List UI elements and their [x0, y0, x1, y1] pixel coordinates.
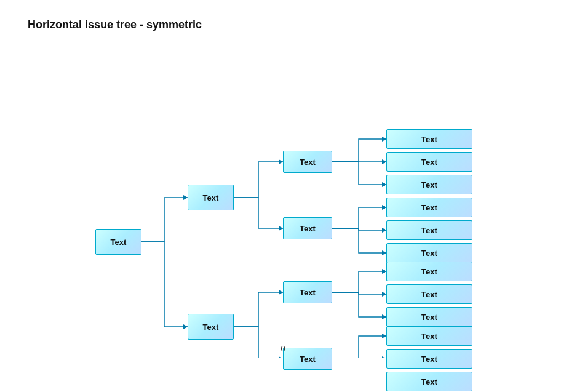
svg-marker-4: [279, 290, 283, 295]
svg-marker-11: [382, 250, 386, 255]
svg-marker-1: [183, 324, 188, 329]
svg-marker-5: [279, 356, 283, 358]
svg-marker-8: [382, 182, 386, 187]
node-l2-4[interactable]: Text: [283, 348, 332, 370]
node-root[interactable]: Text: [95, 229, 142, 255]
node-l3-6[interactable]: Text: [386, 243, 472, 263]
node-l2-1[interactable]: Text: [283, 151, 332, 173]
svg-marker-10: [382, 228, 386, 233]
svg-marker-9: [382, 205, 386, 210]
node-l3-4[interactable]: Text: [386, 198, 472, 217]
node-l2-2[interactable]: Text: [283, 217, 332, 239]
svg-marker-16: [382, 356, 386, 358]
svg-marker-15: [382, 334, 386, 338]
node-l3-2[interactable]: Text: [386, 152, 472, 172]
node-l1-bot[interactable]: Text: [188, 314, 234, 340]
node-l3-10[interactable]: Text: [386, 326, 472, 346]
svg-marker-0: [183, 195, 188, 200]
svg-marker-3: [279, 226, 283, 231]
node-l3-8[interactable]: Text: [386, 284, 472, 304]
node-l3-7[interactable]: Text: [386, 262, 472, 281]
node-l3-1[interactable]: Text: [386, 129, 472, 149]
svg-marker-2: [279, 159, 283, 164]
node-l1-top[interactable]: Text: [188, 185, 234, 210]
diagram-area: Text Text Text Text Text Text Text Text …: [0, 38, 566, 358]
node-l3-9[interactable]: Text: [386, 307, 472, 327]
node-l3-5[interactable]: Text: [386, 220, 472, 240]
svg-marker-14: [382, 314, 386, 319]
svg-marker-7: [382, 159, 386, 164]
node-l3-11[interactable]: Text: [386, 349, 472, 369]
connector-lines: [0, 38, 566, 358]
footer-number: 0: [281, 344, 285, 353]
svg-marker-13: [382, 292, 386, 297]
node-l3-3[interactable]: Text: [386, 175, 472, 194]
node-l3-12[interactable]: Text: [386, 372, 472, 391]
node-l2-3[interactable]: Text: [283, 281, 332, 303]
svg-marker-6: [382, 137, 386, 142]
page-title: Horizontal issue tree - symmetric: [0, 0, 566, 38]
svg-marker-12: [382, 269, 386, 274]
